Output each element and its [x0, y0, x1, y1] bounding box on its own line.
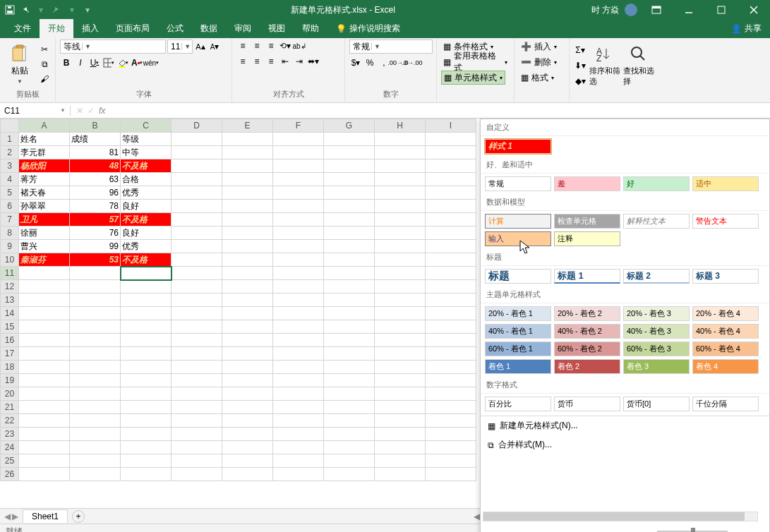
style-gbn-1[interactable]: 差 — [554, 176, 620, 191]
cell-H9[interactable] — [375, 240, 426, 253]
accounting-format-icon[interactable]: $▾ — [349, 56, 362, 69]
cell-G19[interactable] — [324, 374, 375, 387]
row-header-5[interactable]: 5 — [1, 186, 19, 200]
cell-F26[interactable] — [273, 468, 324, 481]
row-header-15[interactable]: 15 — [1, 320, 19, 334]
align-middle-icon[interactable]: ≡ — [251, 40, 263, 52]
cell-H18[interactable] — [375, 361, 426, 374]
style-theme-0-2[interactable]: 20% - 着色 3 — [623, 306, 690, 321]
tab-view[interactable]: 视图 — [260, 19, 294, 38]
cell-C20[interactable] — [121, 387, 172, 401]
cell-G26[interactable] — [324, 468, 375, 481]
cell-B26[interactable] — [70, 468, 121, 481]
cell-I2[interactable] — [426, 146, 476, 159]
autosum-icon[interactable]: Σ▾ — [574, 44, 586, 56]
cell-H7[interactable] — [375, 213, 426, 226]
cell-B24[interactable] — [70, 441, 121, 454]
cell-F12[interactable] — [273, 280, 324, 294]
cell-A20[interactable] — [19, 387, 70, 401]
row-header-2[interactable]: 2 — [1, 146, 19, 159]
cell-F21[interactable] — [273, 401, 324, 414]
style-numfmt-1[interactable]: 货币 — [554, 397, 620, 411]
cell-B1[interactable]: 成绩 — [70, 133, 121, 146]
cell-F22[interactable] — [273, 414, 324, 428]
scrollbar-thumb[interactable] — [483, 512, 745, 521]
cell-D26[interactable] — [172, 468, 222, 481]
cell-H19[interactable] — [375, 374, 426, 387]
save-icon[interactable] — [3, 3, 17, 17]
font-size-combo[interactable]: 11▼ — [167, 40, 193, 54]
cell-F25[interactable] — [273, 454, 324, 468]
cell-I20[interactable] — [426, 387, 476, 401]
cell-G1[interactable] — [324, 133, 375, 146]
cell-A25[interactable] — [19, 454, 70, 468]
undo-icon[interactable] — [18, 3, 32, 17]
style-numfmt-0[interactable]: 百分比 — [485, 397, 551, 411]
cell-F5[interactable] — [273, 186, 324, 200]
style-accent-1[interactable]: 着色 2 — [554, 359, 620, 374]
enter-formula-icon[interactable]: ✓ — [88, 106, 95, 116]
style-theme-2-2[interactable]: 60% - 着色 3 — [623, 341, 690, 356]
cell-C16[interactable] — [121, 334, 172, 347]
cell-H5[interactable] — [375, 186, 426, 200]
row-header-23[interactable]: 23 — [1, 428, 19, 441]
name-box[interactable]: C11▼ — [0, 106, 71, 116]
row-header-24[interactable]: 24 — [1, 441, 19, 454]
cell-C2[interactable]: 中等 — [121, 146, 172, 159]
insert-cells-button[interactable]: ➕插入▾ — [519, 40, 559, 54]
align-top-icon[interactable]: ≡ — [236, 40, 249, 52]
align-right-icon[interactable]: ≡ — [265, 55, 277, 68]
cell-E4[interactable] — [222, 173, 273, 186]
cell-C21[interactable] — [121, 401, 172, 414]
cell-I18[interactable] — [426, 361, 476, 374]
cell-E11[interactable] — [222, 267, 273, 280]
fx-icon[interactable]: fx — [99, 106, 105, 116]
cell-C18[interactable] — [121, 361, 172, 374]
cell-F15[interactable] — [273, 320, 324, 334]
cell-G23[interactable] — [324, 428, 375, 441]
row-header-9[interactable]: 9 — [1, 240, 19, 253]
style-theme-0-0[interactable]: 20% - 着色 1 — [485, 306, 551, 321]
cell-D4[interactable] — [172, 173, 222, 186]
tab-file[interactable]: 文件 — [6, 19, 40, 38]
cell-E10[interactable] — [222, 253, 273, 267]
style-titles-1[interactable]: 标题 1 — [554, 269, 620, 284]
cell-I5[interactable] — [426, 186, 476, 200]
cell-H25[interactable] — [375, 454, 426, 468]
cell-G6[interactable] — [324, 200, 375, 213]
cell-H23[interactable] — [375, 428, 426, 441]
cell-H4[interactable] — [375, 173, 426, 186]
cell-G20[interactable] — [324, 387, 375, 401]
col-header-B[interactable]: B — [70, 119, 121, 133]
row-header-8[interactable]: 8 — [1, 226, 19, 240]
tab-insert[interactable]: 插入 — [73, 19, 107, 38]
cell-F17[interactable] — [273, 347, 324, 361]
row-header-6[interactable]: 6 — [1, 200, 19, 213]
cell-E19[interactable] — [222, 374, 273, 387]
cell-E16[interactable] — [222, 334, 273, 347]
row-header-16[interactable]: 16 — [1, 334, 19, 347]
cell-B3[interactable]: 48 — [70, 159, 121, 173]
cell-C9[interactable]: 优秀 — [121, 240, 172, 253]
cell-E12[interactable] — [222, 280, 273, 294]
number-format-combo[interactable]: 常规▼ — [349, 40, 433, 54]
cell-D13[interactable] — [172, 294, 222, 307]
font-name-combo[interactable]: 等线▼ — [60, 40, 166, 54]
cell-H10[interactable] — [375, 253, 426, 267]
cell-A11[interactable] — [19, 267, 70, 280]
cell-B15[interactable] — [70, 320, 121, 334]
row-header-21[interactable]: 21 — [1, 401, 19, 414]
add-sheet-button[interactable]: + — [72, 510, 85, 523]
col-header-D[interactable]: D — [172, 119, 222, 133]
style-gbn-2[interactable]: 好 — [623, 176, 690, 191]
row-header-22[interactable]: 22 — [1, 414, 19, 428]
wrap-text-icon[interactable]: ab↲ — [293, 40, 306, 52]
tab-home[interactable]: 开始 — [40, 19, 73, 38]
share-button[interactable]: 👤共享 — [723, 19, 770, 38]
cell-F8[interactable] — [273, 226, 324, 240]
increase-font-icon[interactable]: A▴ — [194, 40, 207, 53]
cell-A1[interactable]: 姓名 — [19, 133, 70, 146]
style-numfmt-2[interactable]: 货币[0] — [623, 397, 690, 411]
cell-E24[interactable] — [222, 441, 273, 454]
cell-B19[interactable] — [70, 374, 121, 387]
